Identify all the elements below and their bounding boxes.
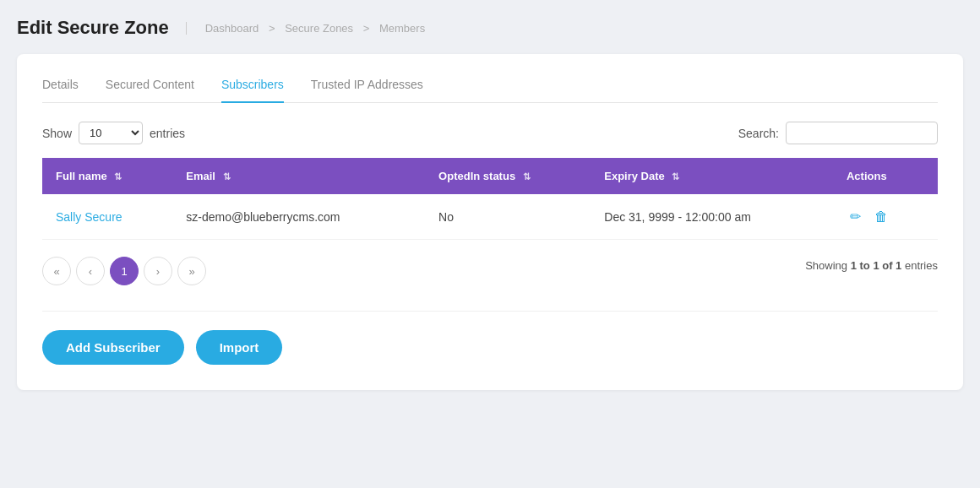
page-1-label: 1 xyxy=(121,265,127,278)
tab-bar: Details Secured Content Subscribers Trus… xyxy=(42,78,938,103)
main-card: Details Secured Content Subscribers Trus… xyxy=(17,54,963,390)
page-header: Edit Secure Zone Dashboard > Secure Zone… xyxy=(17,17,963,39)
page-title: Edit Secure Zone xyxy=(17,17,169,39)
table-controls: Show 10 25 50 100 entries Search: xyxy=(42,122,938,144)
next-page-button[interactable]: › xyxy=(144,257,172,285)
sort-optedin-icon: ⇅ xyxy=(523,171,531,182)
sort-expiry-icon: ⇅ xyxy=(672,171,679,182)
table-row: Sally Secure sz-demo@blueberrycms.com No… xyxy=(42,194,938,240)
breadcrumb-sep2: > xyxy=(363,22,373,35)
divider xyxy=(42,311,938,312)
trash-icon: 🗑 xyxy=(874,209,888,224)
show-label: Show xyxy=(42,127,72,140)
delete-button[interactable]: 🗑 xyxy=(871,206,891,228)
breadcrumb-members: Members xyxy=(379,22,425,35)
sort-email-icon: ⇅ xyxy=(223,171,231,182)
first-page-icon: « xyxy=(53,265,59,278)
add-subscriber-button[interactable]: Add Subscriber xyxy=(42,330,184,365)
bottom-actions: Add Subscriber Import xyxy=(42,330,938,365)
search-input[interactable] xyxy=(786,122,938,144)
table-body: Sally Secure sz-demo@blueberrycms.com No… xyxy=(42,194,938,240)
tab-details[interactable]: Details xyxy=(42,78,79,103)
breadcrumb-dashboard: Dashboard xyxy=(205,22,259,35)
col-fullname[interactable]: Full name ⇅ xyxy=(42,158,172,194)
last-page-button[interactable]: » xyxy=(177,257,206,285)
col-optedin[interactable]: OptedIn status ⇅ xyxy=(425,158,591,194)
table-header: Full name ⇅ Email ⇅ OptedIn status ⇅ Exp… xyxy=(42,158,938,194)
cell-email: sz-demo@blueberrycms.com xyxy=(172,194,425,240)
pagination: « ‹ 1 › » xyxy=(42,257,206,285)
show-entries-control: Show 10 25 50 100 entries xyxy=(42,122,185,144)
next-page-icon: › xyxy=(156,265,160,278)
cell-optedin: No xyxy=(425,194,591,240)
tab-subscribers[interactable]: Subscribers xyxy=(221,78,284,103)
prev-page-button[interactable]: ‹ xyxy=(76,257,105,285)
subscribers-table: Full name ⇅ Email ⇅ OptedIn status ⇅ Exp… xyxy=(42,158,938,240)
search-area: Search: xyxy=(738,122,938,144)
col-expiry[interactable]: Expiry Date ⇅ xyxy=(591,158,833,194)
subscriber-link[interactable]: Sally Secure xyxy=(56,210,122,224)
cell-actions: ✏ 🗑 xyxy=(833,194,938,240)
edit-button[interactable]: ✏ xyxy=(847,205,864,228)
breadcrumb-sep1: > xyxy=(269,22,278,35)
sort-fullname-icon: ⇅ xyxy=(114,171,122,182)
page-1-button[interactable]: 1 xyxy=(110,257,139,285)
breadcrumb: Dashboard > Secure Zones > Members xyxy=(186,22,428,35)
edit-icon: ✏ xyxy=(850,209,861,224)
search-label: Search: xyxy=(738,127,779,140)
import-button[interactable]: Import xyxy=(196,330,283,365)
pagination-row: « ‹ 1 › » Showing 1 to 1 of 1 entries xyxy=(42,257,938,294)
prev-page-icon: ‹ xyxy=(89,265,92,278)
col-actions: Actions xyxy=(833,158,938,194)
entries-select[interactable]: 10 25 50 100 xyxy=(79,122,143,144)
tab-trusted-ip[interactable]: Trusted IP Addresses xyxy=(311,78,423,103)
showing-info: Showing 1 to 1 of 1 entries xyxy=(805,259,938,272)
entries-label: entries xyxy=(150,127,185,140)
last-page-icon: » xyxy=(188,265,194,278)
breadcrumb-secure-zones: Secure Zones xyxy=(285,22,353,35)
cell-expiry: Dec 31, 9999 - 12:00:00 am xyxy=(591,194,833,240)
cell-fullname: Sally Secure xyxy=(42,194,172,240)
first-page-button[interactable]: « xyxy=(42,257,71,285)
tab-secured-content[interactable]: Secured Content xyxy=(106,78,194,103)
col-email[interactable]: Email ⇅ xyxy=(172,158,425,194)
